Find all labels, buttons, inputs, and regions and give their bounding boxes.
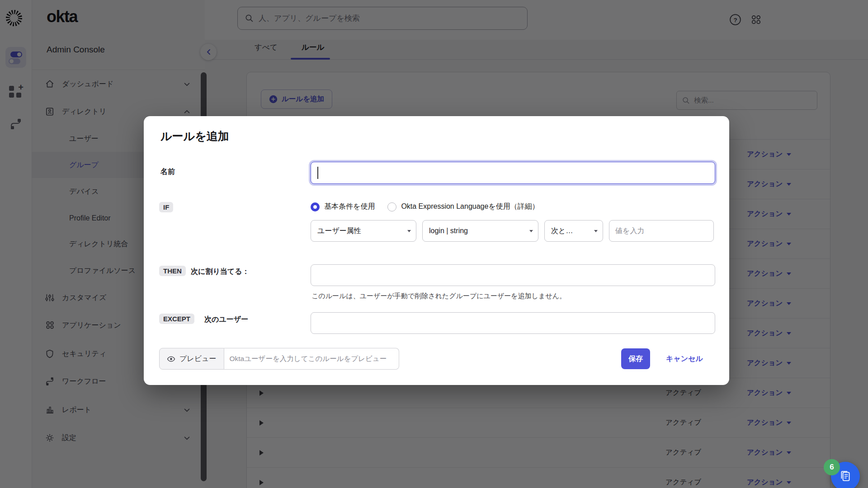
except-users-input[interactable] — [311, 312, 715, 334]
operator-select[interactable]: 次と… — [544, 220, 603, 242]
attribute-select[interactable]: ユーザー属性 — [311, 220, 416, 242]
preview-button[interactable]: プレビュー — [159, 348, 224, 370]
except-badge: EXCEPT — [159, 314, 194, 324]
caret-down-icon — [407, 230, 411, 232]
preview-group: プレビュー — [159, 348, 399, 370]
condition-builder: ユーザー属性 login | string 次と… — [311, 220, 714, 242]
then-helper-text: このルールは、ユーザーが手動で削除されたグループにユーザーを追加しません。 — [311, 292, 566, 300]
radio-selected-icon — [311, 202, 320, 211]
document-icon — [839, 469, 852, 483]
cancel-button[interactable]: キャンセル — [666, 354, 703, 364]
text-cursor — [317, 167, 318, 179]
radio-basic-condition[interactable]: 基本条件を使用 — [311, 202, 375, 211]
then-badge: THEN — [159, 266, 186, 276]
name-label: 名前 — [160, 167, 175, 177]
assign-groups-input[interactable] — [311, 264, 715, 286]
condition-type-radios: 基本条件を使用 Okta Expression Languageを使用（詳細） — [311, 202, 539, 211]
radio-unselected-icon — [387, 202, 396, 211]
condition-value-input[interactable] — [609, 220, 714, 242]
if-badge: IF — [159, 202, 173, 212]
add-rule-modal: ルールを追加 名前 IF 基本条件を使用 Okta Expression Lan… — [144, 116, 729, 385]
field-select[interactable]: login | string — [422, 220, 538, 242]
modal-title: ルールを追加 — [160, 129, 229, 144]
eye-icon — [167, 356, 175, 362]
except-label: 次のユーザー — [204, 315, 248, 324]
save-button[interactable]: 保存 — [621, 348, 650, 369]
rule-name-input[interactable] — [311, 162, 715, 184]
caret-down-icon — [529, 230, 533, 232]
notification-count-badge: 6 — [824, 459, 840, 475]
caret-down-icon — [594, 230, 598, 232]
then-label: 次に割り当てる： — [191, 267, 250, 277]
preview-user-input[interactable] — [224, 348, 399, 370]
radio-expression-language[interactable]: Okta Expression Languageを使用（詳細） — [387, 202, 539, 211]
